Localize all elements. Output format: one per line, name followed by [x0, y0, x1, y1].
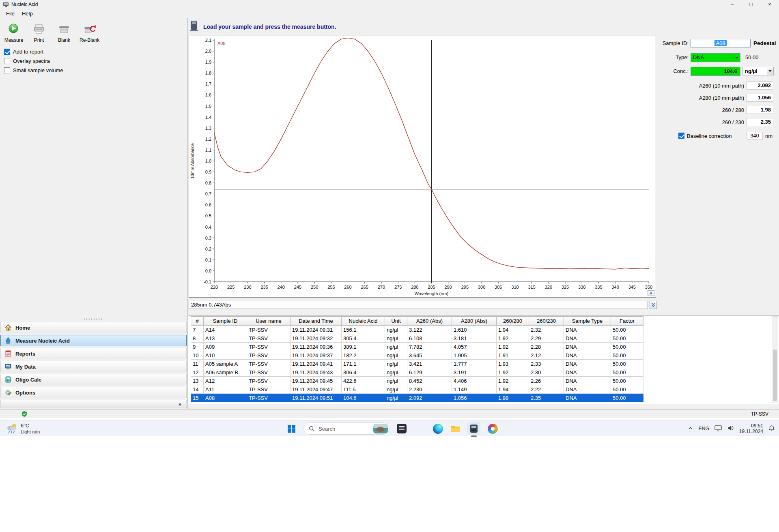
table-cell[interactable]: 1.610	[452, 326, 497, 334]
table-cell[interactable]: 389.1	[342, 343, 385, 351]
checkbox-overlay-spectra[interactable]: Overlay spectra	[4, 58, 187, 64]
table-row[interactable]: 13A12TP-SSV19.11.2024 09:45422.6ng/µl8.4…	[191, 377, 643, 385]
table-cell[interactable]: 1.92	[497, 343, 529, 351]
column-header-260-230[interactable]: 260/230	[529, 317, 564, 326]
column-header-unit[interactable]: Unit	[385, 317, 407, 326]
sidebar-item-reports[interactable]: Reports	[0, 348, 187, 359]
sample-id-input[interactable]: A08	[691, 39, 751, 47]
table-cell[interactable]: 422.6	[342, 377, 385, 385]
sidebar-item-options[interactable]: Options	[0, 387, 187, 398]
checkbox-small-sample-volume[interactable]: Small sample volume	[4, 67, 187, 73]
table-cell[interactable]: 19.11.2024 09:36	[291, 343, 342, 351]
menu-file[interactable]: File	[2, 10, 18, 17]
table-cell[interactable]: 1.056	[452, 394, 497, 402]
table-cell[interactable]: DNA	[564, 351, 611, 360]
table-cell[interactable]: 10	[191, 351, 204, 360]
conc-unit-select[interactable]: ng/µl	[742, 67, 774, 75]
close-button[interactable]: ×	[760, 0, 779, 9]
table-cell[interactable]: 1.93	[497, 360, 529, 368]
sidebar-item-home[interactable]: Home	[0, 322, 187, 333]
table-cell[interactable]: 1.98	[497, 394, 529, 402]
sidebar-item-my-data[interactable]: My Data	[0, 361, 187, 372]
table-cell[interactable]: 7	[191, 326, 204, 334]
table-cell[interactable]: 50.00	[611, 394, 643, 402]
table-cell[interactable]: 15	[191, 394, 204, 402]
chart-collapse-button[interactable]: «	[648, 290, 654, 296]
table-cell[interactable]: A12	[204, 377, 247, 385]
table-cell[interactable]: TP-SSV	[247, 360, 291, 368]
table-cell[interactable]: 1.94	[497, 326, 529, 334]
conc-value-field[interactable]: 104.6	[691, 67, 740, 76]
expand-table-button[interactable]	[650, 301, 657, 309]
taskbar-nucleic-acid-app[interactable]	[467, 422, 480, 435]
table-cell[interactable]: 306.4	[342, 368, 385, 377]
table-cell[interactable]: A05 sample A	[204, 360, 247, 368]
table-cell[interactable]: 2.29	[529, 334, 564, 343]
taskbar-clock[interactable]: 09:51 19.11.2024	[739, 423, 763, 434]
table-cell[interactable]: A10	[204, 351, 247, 360]
taskbar-edge[interactable]	[433, 423, 443, 434]
volume-icon[interactable]	[727, 425, 734, 433]
table-cell[interactable]: 156.1	[342, 326, 385, 334]
blank-button[interactable]: Blank	[54, 23, 74, 43]
table-cell[interactable]: DNA	[564, 377, 611, 385]
table-cell[interactable]: 3.645	[407, 351, 452, 360]
column-header-[interactable]: #	[191, 317, 204, 326]
table-cell[interactable]: TP-SSV	[247, 334, 291, 343]
table-cell[interactable]: 19.11.2024 09:45	[291, 377, 342, 385]
table-cell[interactable]: 6.129	[407, 368, 452, 377]
weather-widget[interactable]: 6°C Light rain	[6, 422, 40, 435]
table-cell[interactable]: 1.149	[452, 385, 497, 394]
panel-splitter[interactable]: ••••••••	[0, 317, 187, 321]
table-cell[interactable]: 1.92	[497, 368, 529, 377]
checkbox-box[interactable]	[4, 58, 10, 64]
column-header-sample-id[interactable]: Sample ID	[204, 317, 247, 326]
table-row[interactable]: 11A05 sample ATP-SSV19.11.2024 09:41171.…	[191, 360, 643, 368]
table-row[interactable]: 7A14TP-SSV19.11.2024 09:31156.1ng/µl3.12…	[191, 326, 643, 334]
table-scrollbar[interactable]	[772, 316, 778, 403]
table-cell[interactable]: 19.11.2024 09:37	[291, 351, 342, 360]
chevron-down-icon[interactable]	[734, 54, 740, 61]
column-header-nucleic-acid[interactable]: Nucleic Acid	[342, 317, 385, 326]
table-cell[interactable]: 1.905	[452, 351, 497, 360]
table-cell[interactable]: 50.00	[611, 326, 643, 334]
table-cell[interactable]: 7.782	[407, 343, 452, 351]
table-cell[interactable]: DNA	[564, 326, 611, 334]
table-cell[interactable]: 182.2	[342, 351, 385, 360]
chevron-down-icon[interactable]	[767, 68, 773, 75]
table-cell[interactable]: 50.00	[611, 334, 643, 343]
table-cell[interactable]: 50.00	[611, 377, 643, 385]
table-cell[interactable]: DNA	[564, 385, 611, 394]
table-cell[interactable]: 1.777	[452, 360, 497, 368]
taskbar-file-explorer[interactable]	[450, 423, 461, 434]
baseline-wavelength-input[interactable]: 340	[747, 132, 763, 139]
table-cell[interactable]: TP-SSV	[247, 377, 291, 385]
table-cell[interactable]: TP-SSV	[247, 343, 291, 351]
table-cell[interactable]: A13	[204, 334, 247, 343]
minimize-button[interactable]: −	[723, 0, 742, 9]
table-cell[interactable]: 3.421	[407, 360, 452, 368]
scrollbar-thumb[interactable]	[773, 350, 777, 401]
column-header-sample-type[interactable]: Sample Type	[564, 317, 611, 326]
column-header-user-name[interactable]: User name	[247, 317, 291, 326]
table-cell[interactable]: 2.35	[529, 394, 564, 402]
table-row[interactable]: 14A11TP-SSV19.11.2024 09:47111.5ng/µl2.2…	[191, 385, 643, 394]
table-cell[interactable]: A09	[204, 343, 247, 351]
table-cell[interactable]: 12	[191, 368, 204, 377]
table-cell[interactable]: 2.22	[529, 385, 564, 394]
table-cell[interactable]: 1.94	[497, 385, 529, 394]
taskbar-search[interactable]: Search	[303, 423, 390, 435]
table-cell[interactable]: 2.092	[407, 394, 452, 402]
table-cell[interactable]: 111.5	[342, 385, 385, 394]
checkbox-add-to-report[interactable]: Add to report	[4, 49, 187, 55]
table-cell[interactable]: 19.11.2024 09:47	[291, 385, 342, 394]
table-cell[interactable]: 19.11.2024 09:51	[291, 394, 342, 402]
table-row[interactable]: 9A09TP-SSV19.11.2024 09:36389.1ng/µl7.78…	[191, 343, 643, 351]
table-cell[interactable]: 305.4	[342, 334, 385, 343]
taskbar-pinned-app[interactable]	[396, 423, 407, 434]
column-header-factor[interactable]: Factor	[611, 317, 643, 326]
start-button[interactable]	[286, 423, 297, 434]
table-cell[interactable]: 1.92	[497, 334, 529, 343]
table-cell[interactable]: 9	[191, 343, 204, 351]
table-cell[interactable]: 50.00	[611, 360, 643, 368]
